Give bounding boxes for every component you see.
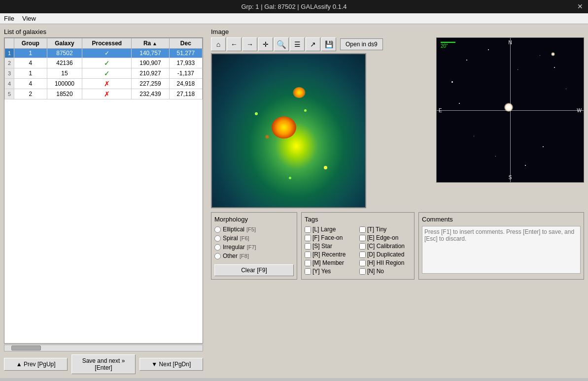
cell-group: 4	[14, 79, 47, 89]
cell-dec: 24,918	[169, 79, 202, 89]
tag-label: [Y] Yes	[312, 268, 331, 275]
tag-item: [M] Member	[305, 259, 356, 266]
cell-processed: ✗	[82, 89, 132, 99]
star	[566, 89, 566, 89]
tag-checkbox[interactable]	[359, 252, 366, 258]
tag-checkbox[interactable]	[359, 243, 366, 250]
tag-checkbox[interactable]	[305, 243, 311, 250]
galaxy-image[interactable]	[211, 53, 366, 208]
tag-checkbox[interactable]	[305, 268, 311, 275]
star	[466, 60, 467, 61]
scale-bar: 20"	[441, 42, 455, 49]
move-button[interactable]: ✛	[258, 37, 273, 51]
table-row[interactable]: 3115✓210,927-1,137	[5, 68, 203, 79]
morph-radio-spiral[interactable]	[214, 235, 221, 242]
morph-key: [F6]	[240, 235, 249, 241]
morph-option-irregular: Irregular [F7]	[214, 244, 294, 251]
cell-group: 2	[14, 89, 47, 99]
morph-radio-other[interactable]	[214, 253, 221, 259]
row-number: 4	[5, 79, 14, 89]
menu-view[interactable]: View	[22, 15, 36, 22]
bottom-area: Morphology Elliptical [F5]Spiral [F6]Irr…	[211, 212, 584, 280]
morph-radio-elliptical[interactable]	[214, 226, 221, 233]
comments-input[interactable]	[422, 226, 581, 274]
close-button[interactable]: ✕	[577, 2, 583, 10]
star	[451, 81, 453, 83]
cell-galaxy: 18520	[47, 89, 82, 99]
crosshair-vertical	[510, 38, 511, 182]
tag-checkbox[interactable]	[305, 235, 311, 241]
image-area: ⌂ ← → ✛ 🔍 ☰ ↗ 💾 Open in ds9	[211, 37, 584, 208]
cell-galaxy: 15	[47, 68, 82, 79]
table-row[interactable]: 5218520✗232,43927,118	[5, 89, 203, 99]
prev-button[interactable]: ▲ Prev [PgUp]	[4, 358, 68, 371]
row-number: 2	[5, 58, 14, 68]
tag-label: [L] Large	[312, 226, 336, 233]
ds9-image: 20" N E W S	[436, 37, 584, 183]
col-group[interactable]: Group	[14, 38, 47, 49]
table-row[interactable]: 2442136✓190,90717,933	[5, 58, 203, 68]
tag-checkbox[interactable]	[305, 226, 311, 233]
cell-group: 1	[14, 49, 47, 58]
horizontal-scrollbar[interactable]	[4, 345, 203, 351]
menu-bar: File View	[0, 13, 588, 24]
trend-button[interactable]: ↗	[306, 37, 320, 51]
comments-panel: Comments	[418, 212, 584, 280]
row-number: 5	[5, 89, 14, 99]
table-row[interactable]: 44100000✗227,25924,918	[5, 79, 203, 89]
tag-label: [N] No	[367, 268, 384, 275]
col-galaxy[interactable]: Galaxy	[47, 38, 82, 49]
cell-group: 4	[14, 58, 47, 68]
star	[554, 67, 555, 68]
green-dot-2	[304, 109, 307, 112]
tag-item: [F] Face-on	[305, 234, 356, 241]
app-title: Grp: 1 | Gal: 87502 | GALAssify 0.1.4	[241, 3, 346, 10]
save-image-button[interactable]: 💾	[321, 37, 336, 51]
col-ra[interactable]: Ra	[132, 38, 169, 49]
tag-checkbox[interactable]	[305, 260, 311, 266]
morph-label: Spiral	[223, 235, 238, 242]
tag-checkbox[interactable]	[359, 235, 366, 241]
tiny-galaxy	[265, 135, 269, 139]
galaxy-table[interactable]: Group Galaxy Processed Ra Dec 1187502✓14…	[4, 37, 203, 344]
clear-button[interactable]: Clear [F9]	[214, 264, 294, 276]
image-toolbar: ⌂ ← → ✛ 🔍 ☰ ↗ 💾 Open in ds9	[211, 37, 433, 51]
tag-item: [S] Star	[305, 243, 356, 250]
star	[488, 49, 489, 50]
morph-label: Elliptical	[223, 226, 244, 233]
cell-dec: 51,277	[169, 49, 202, 58]
morphology-panel: Morphology Elliptical [F5]Spiral [F6]Irr…	[211, 212, 297, 280]
zoom-button[interactable]: 🔍	[274, 37, 289, 51]
tag-label: [S] Star	[312, 243, 332, 250]
scale-label: 20"	[441, 43, 448, 49]
tag-checkbox[interactable]	[359, 268, 366, 275]
tag-checkbox[interactable]	[305, 252, 311, 258]
settings-button[interactable]: ☰	[290, 37, 305, 51]
tag-checkbox[interactable]	[359, 260, 366, 266]
home-button[interactable]: ⌂	[211, 37, 226, 51]
col-dec[interactable]: Dec	[169, 38, 202, 49]
tag-item: [H] HII Region	[359, 259, 411, 266]
morph-radio-irregular[interactable]	[214, 244, 221, 251]
morph-key: [F7]	[247, 244, 256, 250]
star	[495, 156, 496, 157]
cell-ra: 210,927	[132, 68, 169, 79]
next-button[interactable]: ▼ Next [PgDn]	[139, 358, 203, 371]
menu-file[interactable]: File	[4, 15, 14, 22]
cell-galaxy: 42136	[47, 58, 82, 68]
table-row[interactable]: 1187502✓140,75751,277	[5, 49, 203, 58]
tag-checkbox[interactable]	[359, 226, 366, 233]
scrollbar-thumb[interactable]	[11, 346, 41, 350]
cell-group: 1	[14, 68, 47, 79]
green-dot-1	[255, 112, 258, 115]
forward-button[interactable]: →	[242, 37, 257, 51]
tags-panel: Tags [L] Large[T] Tiny[F] Face-on[E] Edg…	[301, 212, 415, 280]
col-processed[interactable]: Processed	[82, 38, 132, 49]
back-button[interactable]: ←	[227, 37, 242, 51]
cell-dec: 27,118	[169, 89, 202, 99]
open-ds9-button[interactable]: Open in ds9	[340, 38, 383, 50]
navigation-buttons: ▲ Prev [PgUp] Save and next » [Enter] ▼ …	[4, 354, 203, 374]
save-next-button[interactable]: Save and next » [Enter]	[71, 354, 135, 374]
star	[474, 136, 474, 136]
galaxy-object	[551, 52, 555, 56]
